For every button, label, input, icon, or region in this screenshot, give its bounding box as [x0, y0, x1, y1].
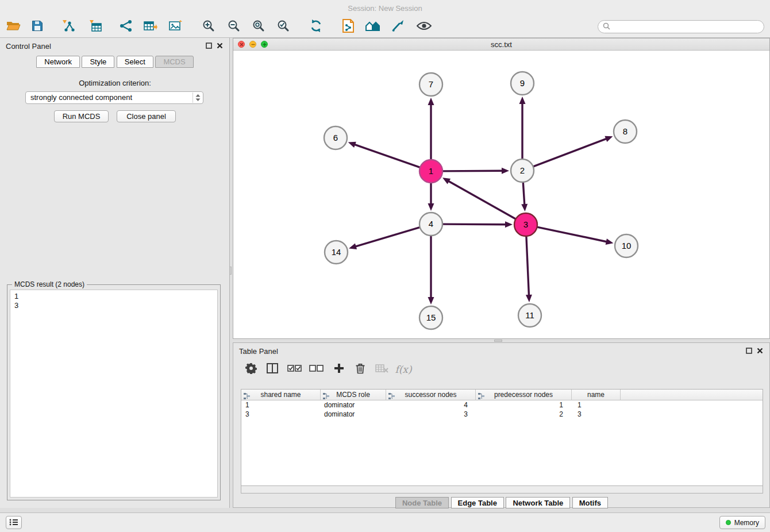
delete-column-button[interactable] — [351, 361, 369, 377]
graph-edge-3-10[interactable] — [538, 227, 607, 242]
zoom-in-button[interactable] — [198, 17, 220, 37]
minimize-window-icon[interactable] — [249, 41, 256, 48]
zoom-fit-button[interactable] — [248, 17, 270, 37]
delete-table-icon — [375, 364, 388, 375]
graph-node-8[interactable]: 8 — [614, 120, 637, 143]
eye-icon — [417, 21, 432, 33]
tab-node-table[interactable]: Node Table — [395, 497, 449, 508]
graph-node-14[interactable]: 14 — [325, 241, 348, 264]
dropdown-selected-value: strongly connected component — [30, 93, 132, 102]
graph-node-1[interactable]: 1 — [419, 160, 442, 183]
import-network-from-file-button[interactable] — [57, 17, 79, 37]
new-network-button[interactable] — [115, 17, 137, 37]
graphics-details-button[interactable] — [413, 17, 435, 37]
close-table-panel-icon[interactable] — [757, 348, 763, 354]
table-settings-button[interactable] — [242, 361, 260, 377]
search-input[interactable] — [613, 22, 759, 32]
arrowhead-icon — [521, 204, 528, 211]
delete-table-button[interactable] — [372, 361, 391, 377]
close-panel-button[interactable]: Close panel — [117, 110, 176, 122]
network-canvas[interactable]: 7968124314101511 — [233, 51, 769, 338]
close-window-icon[interactable] — [238, 41, 245, 48]
tab-edge-table[interactable]: Edge Table — [451, 497, 504, 508]
unselect-all-columns-button[interactable] — [307, 361, 325, 377]
copy-network-button[interactable] — [337, 17, 359, 37]
table-cell: 1 — [572, 400, 621, 410]
graph-edge-3-1[interactable] — [448, 181, 515, 219]
mcds-result-box[interactable]: 1 3 — [10, 290, 218, 498]
column-header-mcds-role[interactable]: MCDS role — [321, 390, 386, 400]
column-header-shared-name[interactable]: shared name — [241, 390, 321, 400]
horizontal-scrollbar-track[interactable] — [241, 486, 763, 494]
table-row[interactable]: 3dominator323 — [241, 410, 763, 419]
arrowhead-icon — [606, 238, 614, 245]
refresh-icon — [309, 19, 323, 35]
vertical-splitter-handle[interactable] — [229, 267, 232, 275]
run-mcds-button[interactable]: Run MCDS — [54, 110, 109, 122]
zoom-out-button[interactable] — [223, 17, 245, 37]
column-header-name[interactable]: name — [572, 390, 621, 400]
tab-style[interactable]: Style — [82, 56, 114, 68]
float-panel-icon[interactable] — [206, 43, 212, 49]
table-panel-tabs: Node Table Edge Table Network Table Moti… — [233, 497, 769, 508]
tab-network[interactable]: Network — [36, 56, 80, 68]
optimization-criterion-select[interactable]: strongly connected component — [25, 91, 203, 104]
zoom-selected-button[interactable] — [272, 17, 294, 37]
tab-select[interactable]: Select — [117, 56, 153, 68]
graph-edge-1-6[interactable] — [354, 144, 419, 167]
float-table-panel-icon[interactable] — [746, 348, 752, 354]
memory-button[interactable]: Memory — [719, 516, 765, 529]
tab-motifs[interactable]: Motifs — [572, 497, 608, 508]
export-image-button[interactable] — [165, 17, 187, 37]
graph-node-6[interactable]: 6 — [324, 126, 347, 149]
control-panel-title: Control Panel — [6, 42, 51, 51]
graph-node-2[interactable]: 2 — [511, 159, 534, 182]
node-label: 10 — [622, 241, 632, 250]
table-cell: 1 — [241, 400, 321, 410]
open-session-button[interactable] — [2, 17, 24, 37]
tab-network-table[interactable]: Network Table — [506, 497, 570, 508]
apply-layout-button[interactable] — [305, 17, 327, 37]
main-toolbar — [0, 16, 770, 38]
column-layout-button[interactable] — [263, 361, 282, 377]
first-neighbors-button[interactable] — [362, 17, 384, 37]
network-search-field[interactable] — [598, 20, 764, 33]
column-header-successor-nodes[interactable]: successor nodes — [386, 390, 476, 400]
column-header-predecessor-nodes[interactable]: predecessor nodes — [476, 390, 572, 400]
graph-edge-4-14[interactable] — [355, 228, 419, 246]
graph-edge-2-8[interactable] — [534, 138, 607, 166]
task-history-button[interactable] — [6, 516, 22, 529]
node-label: 4 — [429, 219, 433, 229]
graph-edge-3-11[interactable] — [526, 237, 529, 296]
maximize-window-icon[interactable] — [261, 41, 268, 48]
import-table-from-file-button[interactable] — [84, 17, 106, 37]
zoom-fit-icon — [252, 19, 265, 35]
graph-node-11[interactable]: 11 — [518, 304, 541, 327]
graph-edge-4-3[interactable] — [443, 224, 506, 225]
save-floppy-icon — [32, 20, 43, 34]
function-builder-button[interactable]: f(x) — [394, 361, 413, 377]
horizontal-splitter-handle[interactable] — [494, 340, 502, 342]
brush-icon — [391, 20, 405, 34]
save-session-button[interactable] — [26, 17, 48, 37]
close-panel-icon[interactable] — [217, 43, 223, 49]
tab-mcds[interactable]: MCDS — [155, 56, 193, 68]
table-row[interactable]: 1dominator411 — [241, 400, 763, 410]
table-cell: dominator — [321, 400, 386, 410]
add-column-button[interactable] — [330, 361, 348, 377]
table-body: 1dominator4113dominator323 — [241, 400, 763, 419]
control-panel: Control Panel Network Style Select MCDS … — [0, 38, 230, 508]
graph-node-15[interactable]: 15 — [419, 306, 442, 329]
style-brush-button[interactable] — [387, 17, 409, 37]
graph-edge-2-3[interactable] — [523, 183, 524, 205]
graph-node-3[interactable]: 3 — [514, 213, 537, 236]
optimization-criterion-label: Optimization criterion: — [0, 79, 230, 87]
graph-node-4[interactable]: 4 — [419, 213, 442, 236]
graph-node-10[interactable]: 10 — [615, 234, 638, 257]
select-all-columns-button[interactable] — [285, 361, 303, 377]
graph-node-9[interactable]: 9 — [511, 72, 534, 95]
columns-icon — [267, 363, 278, 376]
graph-node-7[interactable]: 7 — [419, 73, 442, 96]
export-network-button[interactable] — [140, 17, 161, 37]
graph-edge-1-2[interactable] — [443, 171, 503, 171]
